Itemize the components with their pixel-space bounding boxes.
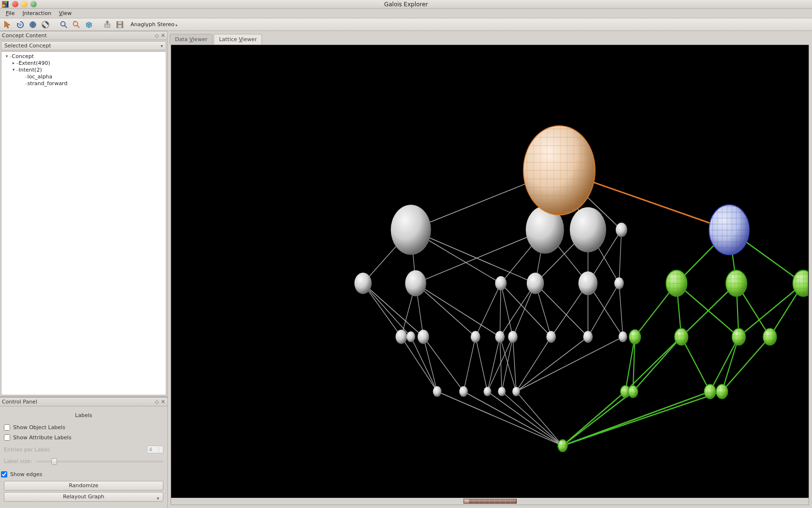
concept-content-header: Concept Content ◇✕ — [0, 31, 167, 40]
window-close-button[interactable] — [12, 1, 18, 7]
concept-content-panel: Concept Content ◇✕ Selected Concept ▾– C… — [0, 31, 167, 397]
toolbar-cube-icon[interactable] — [84, 20, 94, 30]
svg-line-20 — [416, 230, 545, 284]
svg-point-111 — [583, 331, 593, 343]
menu-view[interactable]: View — [55, 9, 75, 17]
svg-line-90 — [563, 391, 633, 446]
svg-line-53 — [423, 337, 464, 391]
svg-line-62 — [516, 337, 551, 391]
toolbar-export-icon[interactable] — [102, 20, 112, 30]
svg-point-100 — [495, 276, 507, 290]
progress-track — [464, 499, 517, 504]
svg-line-29 — [619, 230, 622, 284]
svg-point-143 — [716, 385, 728, 399]
svg-line-55 — [476, 337, 488, 391]
svg-line-68 — [502, 391, 563, 446]
tree-intent[interactable]: ▾– Intent (2) — [1, 66, 166, 73]
svg-point-108 — [495, 331, 505, 343]
svg-line-56 — [488, 337, 500, 391]
entries-per-label-spinner[interactable]: 4⋮ — [147, 446, 163, 453]
panel-detach-icon[interactable]: ◇ — [155, 399, 159, 405]
svg-line-6 — [77, 25, 80, 28]
show-edges-input[interactable] — [1, 471, 7, 478]
panel-close-icon[interactable]: ✕ — [161, 32, 165, 39]
progress-bar — [171, 498, 809, 505]
window-minimize-button[interactable] — [21, 1, 28, 7]
app-icon — [2, 1, 9, 8]
toolbar-zoom-reset-icon[interactable] — [72, 20, 81, 30]
svg-line-60 — [502, 337, 513, 391]
toolbar-select-icon[interactable] — [3, 20, 13, 30]
svg-point-112 — [619, 331, 627, 342]
menu-interaction[interactable]: Interaction — [18, 9, 55, 17]
relayout-graph-button[interactable]: Relayout Graph — [4, 492, 163, 502]
randomize-button[interactable]: Randomize — [4, 481, 163, 491]
menubar: File Interaction View — [0, 9, 812, 18]
stereo-mode-combo[interactable]: Anaglyph Stereo — [128, 21, 180, 28]
svg-point-99 — [405, 270, 426, 297]
svg-line-92 — [563, 391, 722, 446]
tab-lattice-viewer[interactable]: Lattice Viewer — [214, 34, 262, 45]
concept-content-title: Concept Content — [2, 32, 47, 39]
panel-close-icon[interactable]: ✕ — [161, 399, 165, 405]
svg-point-135 — [763, 329, 777, 345]
svg-line-63 — [516, 337, 588, 391]
svg-line-58 — [500, 337, 516, 391]
show-edges-checkbox[interactable]: Show edges — [1, 469, 163, 479]
svg-point-127 — [793, 270, 808, 297]
svg-point-5 — [73, 21, 78, 26]
svg-point-116 — [498, 387, 506, 396]
show-object-labels-input[interactable] — [4, 424, 10, 431]
tab-data-viewer[interactable]: Data Viewer — [170, 34, 213, 45]
tree-intent-item[interactable]: – strand_forward — [1, 80, 166, 87]
toolbar-rotate-icon[interactable] — [15, 20, 25, 30]
viewer-tabs: Data Viewer Lattice Viewer — [168, 33, 812, 45]
left-sidebar: Concept Content ◇✕ Selected Concept ▾– C… — [0, 31, 168, 508]
svg-rect-10 — [118, 25, 121, 27]
toolbar-refresh-icon[interactable] — [41, 20, 50, 30]
titlebar: Galois Explorer — [0, 0, 812, 9]
menu-file[interactable]: File — [2, 9, 18, 17]
toolbar-zoom-icon[interactable] — [59, 20, 69, 30]
selected-concept-dropdown[interactable]: Selected Concept — [1, 41, 166, 50]
svg-line-36 — [416, 284, 500, 337]
svg-point-145 — [558, 440, 567, 452]
concept-tree[interactable]: ▾– Concept ▸– Extent (490) ▾– Intent (2)… — [1, 51, 166, 395]
lattice-viewer-canvas[interactable] — [171, 45, 809, 498]
svg-point-114 — [459, 386, 468, 397]
tree-extent[interactable]: ▸– Extent (490) — [1, 60, 166, 66]
svg-point-105 — [406, 331, 415, 342]
entries-per-label-row: Entries per Label: 4⋮ — [4, 443, 163, 456]
svg-line-35 — [416, 284, 476, 337]
toolbar-globe-icon[interactable] — [28, 20, 38, 30]
show-attribute-labels-input[interactable] — [4, 434, 10, 441]
svg-point-115 — [484, 387, 492, 396]
show-object-labels-checkbox[interactable]: Show Object Labels — [4, 422, 163, 433]
svg-line-49 — [619, 284, 623, 337]
svg-line-30 — [363, 284, 401, 337]
svg-point-97 — [616, 223, 627, 237]
label-size-slider[interactable] — [36, 461, 163, 463]
control-panel-title: Control Panel — [2, 399, 37, 405]
show-edges-label: Show edges — [10, 471, 42, 478]
tree-intent-item[interactable]: – loc_alpha — [1, 73, 166, 80]
svg-point-121 — [709, 205, 749, 254]
svg-line-69 — [516, 391, 563, 446]
labels-heading: Labels — [4, 409, 163, 422]
tree-root[interactable]: ▾– Concept — [1, 53, 166, 60]
panel-detach-icon[interactable]: ◇ — [155, 32, 159, 39]
window-maximize-button[interactable] — [30, 1, 37, 7]
svg-line-64 — [516, 337, 623, 391]
window-title: Galois Explorer — [0, 1, 812, 8]
toolbar-save-icon[interactable] — [115, 20, 125, 30]
control-panel-header: Control Panel ◇✕ — [0, 397, 167, 406]
show-attribute-labels-checkbox[interactable]: Show Attribute Labels — [4, 433, 163, 443]
svg-line-52 — [423, 337, 437, 391]
selected-concept-label: Selected Concept — [4, 43, 51, 49]
svg-line-4 — [65, 25, 67, 28]
toolbar: Anaglyph Stereo — [0, 18, 812, 31]
svg-point-98 — [354, 272, 372, 294]
svg-line-84 — [633, 337, 682, 391]
svg-point-131 — [675, 329, 688, 345]
svg-point-119 — [523, 126, 595, 215]
